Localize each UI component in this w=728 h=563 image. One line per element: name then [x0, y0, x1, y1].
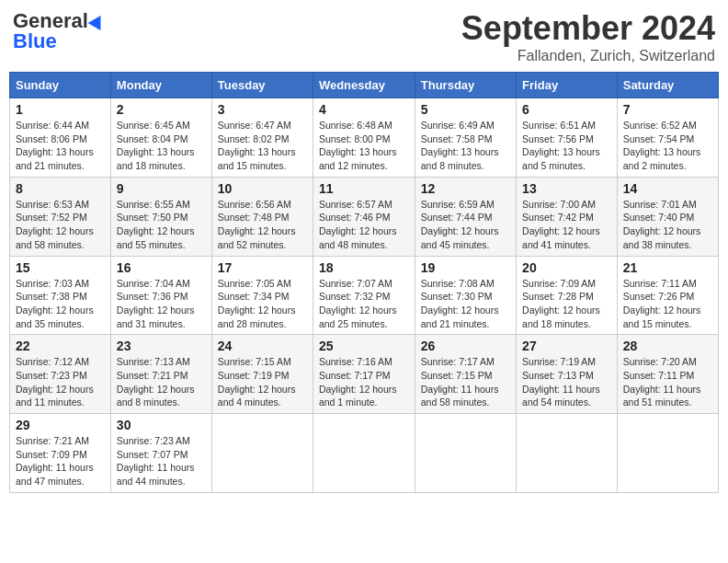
day-info: Sunrise: 7:20 AMSunset: 7:11 PMDaylight:… — [623, 355, 712, 409]
day-number: 18 — [319, 260, 409, 275]
day-number: 30 — [117, 418, 206, 432]
logo-blue-text: Blue — [13, 29, 57, 53]
day-number: 10 — [218, 181, 307, 196]
subtitle: Fallanden, Zurich, Switzerland — [461, 48, 715, 64]
calendar-cell — [517, 414, 618, 493]
day-info: Sunrise: 7:11 AMSunset: 7:26 PMDaylight:… — [623, 277, 712, 331]
day-info: Sunrise: 7:13 AMSunset: 7:21 PMDaylight:… — [117, 355, 206, 409]
day-info: Sunrise: 7:09 AMSunset: 7:28 PMDaylight:… — [522, 277, 611, 331]
day-number: 20 — [522, 260, 611, 275]
weekday-header-monday: Monday — [110, 73, 211, 98]
calendar-cell: 27Sunrise: 7:19 AMSunset: 7:13 PMDayligh… — [517, 335, 618, 414]
weekday-header-thursday: Thursday — [415, 73, 516, 98]
calendar-cell: 24Sunrise: 7:15 AMSunset: 7:19 PMDayligh… — [211, 335, 313, 414]
calendar-cell — [617, 414, 718, 493]
day-info: Sunrise: 6:59 AMSunset: 7:44 PMDaylight:… — [421, 198, 510, 252]
calendar-cell: 4Sunrise: 6:48 AMSunset: 8:00 PMDaylight… — [313, 98, 415, 178]
calendar-cell: 21Sunrise: 7:11 AMSunset: 7:26 PMDayligh… — [617, 256, 718, 335]
calendar-table: SundayMondayTuesdayWednesdayThursdayFrid… — [9, 72, 719, 493]
calendar-cell: 3Sunrise: 6:47 AMSunset: 8:02 PMDaylight… — [211, 98, 313, 178]
day-info: Sunrise: 6:48 AMSunset: 8:00 PMDaylight:… — [319, 119, 409, 173]
calendar-cell: 2Sunrise: 6:45 AMSunset: 8:04 PMDaylight… — [110, 98, 211, 178]
calendar-cell: 13Sunrise: 7:00 AMSunset: 7:42 PMDayligh… — [517, 177, 618, 256]
day-info: Sunrise: 7:07 AMSunset: 7:32 PMDaylight:… — [319, 277, 409, 331]
calendar-cell: 12Sunrise: 6:59 AMSunset: 7:44 PMDayligh… — [415, 177, 516, 256]
day-number: 8 — [16, 181, 105, 196]
day-number: 11 — [319, 181, 409, 196]
calendar-week-row: 8Sunrise: 6:53 AMSunset: 7:52 PMDaylight… — [10, 177, 719, 256]
day-info: Sunrise: 6:57 AMSunset: 7:46 PMDaylight:… — [319, 198, 409, 252]
logo-triangle-icon — [88, 12, 108, 30]
day-info: Sunrise: 6:45 AMSunset: 8:04 PMDaylight:… — [117, 119, 206, 173]
header: General Blue September 2024 Fallanden, Z… — [9, 9, 719, 64]
day-number: 16 — [117, 260, 206, 275]
day-info: Sunrise: 6:53 AMSunset: 7:52 PMDaylight:… — [16, 198, 105, 252]
day-info: Sunrise: 6:44 AMSunset: 8:06 PMDaylight:… — [16, 119, 105, 173]
day-info: Sunrise: 7:05 AMSunset: 7:34 PMDaylight:… — [218, 277, 307, 331]
calendar-cell: 30Sunrise: 7:23 AMSunset: 7:07 PMDayligh… — [110, 414, 211, 493]
day-number: 27 — [522, 339, 611, 353]
calendar-cell: 16Sunrise: 7:04 AMSunset: 7:36 PMDayligh… — [110, 256, 211, 335]
day-info: Sunrise: 6:49 AMSunset: 7:58 PMDaylight:… — [421, 119, 510, 173]
calendar-cell: 1Sunrise: 6:44 AMSunset: 8:06 PMDaylight… — [10, 98, 111, 178]
day-info: Sunrise: 7:01 AMSunset: 7:40 PMDaylight:… — [623, 198, 712, 252]
day-info: Sunrise: 7:00 AMSunset: 7:42 PMDaylight:… — [522, 198, 611, 252]
calendar-cell: 20Sunrise: 7:09 AMSunset: 7:28 PMDayligh… — [517, 256, 618, 335]
weekday-header-friday: Friday — [517, 73, 618, 98]
calendar-week-row: 1Sunrise: 6:44 AMSunset: 8:06 PMDaylight… — [10, 98, 719, 178]
calendar-cell: 15Sunrise: 7:03 AMSunset: 7:38 PMDayligh… — [10, 256, 111, 335]
weekday-header-saturday: Saturday — [617, 73, 718, 98]
day-number: 9 — [117, 181, 206, 196]
weekday-header-wednesday: Wednesday — [313, 73, 415, 98]
calendar-cell: 17Sunrise: 7:05 AMSunset: 7:34 PMDayligh… — [211, 256, 313, 335]
month-title: September 2024 — [461, 9, 715, 48]
day-number: 15 — [16, 260, 105, 275]
day-number: 14 — [623, 181, 712, 196]
day-info: Sunrise: 7:23 AMSunset: 7:07 PMDaylight:… — [117, 434, 206, 488]
calendar-cell: 23Sunrise: 7:13 AMSunset: 7:21 PMDayligh… — [110, 335, 211, 414]
weekday-header-row: SundayMondayTuesdayWednesdayThursdayFrid… — [10, 73, 719, 98]
title-area: September 2024 Fallanden, Zurich, Switze… — [461, 9, 715, 64]
day-info: Sunrise: 7:21 AMSunset: 7:09 PMDaylight:… — [16, 434, 105, 488]
calendar-cell: 10Sunrise: 6:56 AMSunset: 7:48 PMDayligh… — [211, 177, 313, 256]
day-number: 29 — [16, 418, 105, 432]
calendar-week-row: 22Sunrise: 7:12 AMSunset: 7:23 PMDayligh… — [10, 335, 719, 414]
day-number: 28 — [623, 339, 712, 353]
day-number: 21 — [623, 260, 712, 275]
calendar-cell: 18Sunrise: 7:07 AMSunset: 7:32 PMDayligh… — [313, 256, 415, 335]
calendar-cell — [415, 414, 516, 493]
calendar-cell — [313, 414, 415, 493]
day-number: 2 — [117, 102, 206, 117]
calendar-cell: 29Sunrise: 7:21 AMSunset: 7:09 PMDayligh… — [10, 414, 111, 493]
weekday-header-sunday: Sunday — [10, 73, 111, 98]
calendar-cell — [211, 414, 313, 493]
day-info: Sunrise: 6:55 AMSunset: 7:50 PMDaylight:… — [117, 198, 206, 252]
calendar-cell: 14Sunrise: 7:01 AMSunset: 7:40 PMDayligh… — [617, 177, 718, 256]
calendar-week-row: 29Sunrise: 7:21 AMSunset: 7:09 PMDayligh… — [10, 414, 719, 493]
day-info: Sunrise: 6:56 AMSunset: 7:48 PMDaylight:… — [218, 198, 307, 252]
day-number: 6 — [522, 102, 611, 117]
day-info: Sunrise: 7:16 AMSunset: 7:17 PMDaylight:… — [319, 355, 409, 409]
day-number: 3 — [218, 102, 307, 117]
day-info: Sunrise: 6:47 AMSunset: 8:02 PMDaylight:… — [218, 119, 307, 173]
calendar-cell: 25Sunrise: 7:16 AMSunset: 7:17 PMDayligh… — [313, 335, 415, 414]
logo: General Blue — [13, 9, 105, 53]
calendar-cell: 8Sunrise: 6:53 AMSunset: 7:52 PMDaylight… — [10, 177, 111, 256]
calendar-cell: 11Sunrise: 6:57 AMSunset: 7:46 PMDayligh… — [313, 177, 415, 256]
calendar-cell: 22Sunrise: 7:12 AMSunset: 7:23 PMDayligh… — [10, 335, 111, 414]
day-info: Sunrise: 7:19 AMSunset: 7:13 PMDaylight:… — [522, 355, 611, 409]
calendar-cell: 26Sunrise: 7:17 AMSunset: 7:15 PMDayligh… — [415, 335, 516, 414]
day-number: 26 — [421, 339, 510, 353]
day-number: 7 — [623, 102, 712, 117]
day-number: 12 — [421, 181, 510, 196]
day-number: 22 — [16, 339, 105, 353]
day-number: 4 — [319, 102, 409, 117]
day-info: Sunrise: 7:03 AMSunset: 7:38 PMDaylight:… — [16, 277, 105, 331]
day-info: Sunrise: 7:08 AMSunset: 7:30 PMDaylight:… — [421, 277, 510, 331]
day-info: Sunrise: 7:12 AMSunset: 7:23 PMDaylight:… — [16, 355, 105, 409]
day-number: 1 — [16, 102, 105, 117]
calendar-cell: 6Sunrise: 6:51 AMSunset: 7:56 PMDaylight… — [517, 98, 618, 178]
day-number: 25 — [319, 339, 409, 353]
weekday-header-tuesday: Tuesday — [211, 73, 313, 98]
calendar-cell: 28Sunrise: 7:20 AMSunset: 7:11 PMDayligh… — [617, 335, 718, 414]
